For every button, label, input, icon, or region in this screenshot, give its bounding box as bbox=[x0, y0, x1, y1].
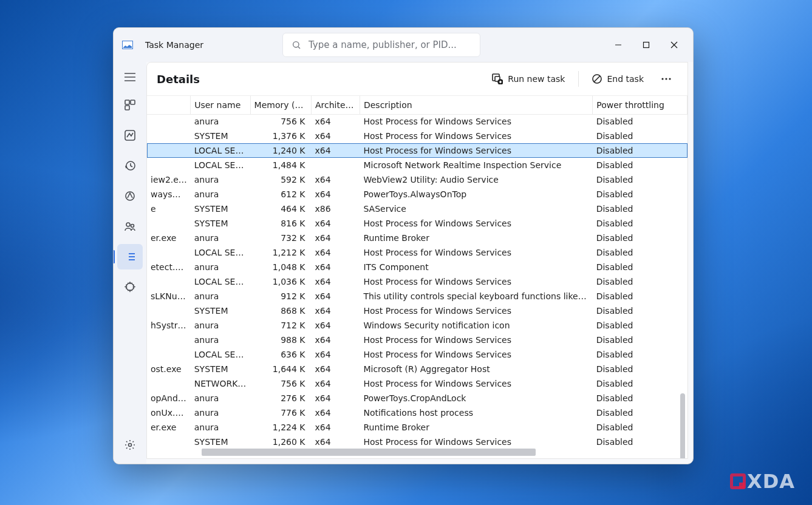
table-row[interactable]: er.exeanura732 Kx64Runtime BrokerDisable… bbox=[147, 231, 687, 245]
table-row[interactable]: er.exeanura1,224 Kx64Runtime BrokerDisab… bbox=[147, 420, 687, 435]
nav-performance[interactable] bbox=[117, 123, 143, 148]
col-user[interactable]: User name bbox=[191, 96, 250, 114]
col-description[interactable]: Description bbox=[360, 96, 592, 114]
end-task-button[interactable]: End task bbox=[584, 67, 652, 90]
cell-user: anura bbox=[191, 172, 250, 187]
table-row[interactable]: opAndL...anura276 Kx64PowerToys.CropAndL… bbox=[147, 391, 687, 405]
table-row[interactable]: LOCAL SER...636 Kx64Host Process for Win… bbox=[147, 347, 687, 362]
details-grid: User name Memory (ac... Architec... Desc… bbox=[147, 96, 687, 458]
svg-rect-10 bbox=[131, 100, 135, 104]
cell-mem: 636 K bbox=[250, 347, 311, 362]
col-power[interactable]: Power throttling bbox=[593, 96, 687, 114]
cell-user: anura bbox=[191, 114, 250, 129]
cell-user: anura bbox=[191, 187, 250, 202]
cell-name: er.exe bbox=[147, 231, 191, 245]
cell-mem: 1,484 K bbox=[250, 158, 311, 172]
cell-mem: 1,376 K bbox=[250, 129, 311, 143]
nav-settings[interactable] bbox=[117, 432, 143, 458]
table-row[interactable]: eSYSTEM464 Kx86SAServiceDisabled bbox=[147, 202, 687, 216]
cell-arch: x64 bbox=[312, 187, 360, 202]
cell-name bbox=[147, 129, 191, 143]
cell-mem: 1,036 K bbox=[250, 274, 311, 289]
cell-name bbox=[147, 347, 191, 362]
cell-mem: 612 K bbox=[250, 187, 311, 202]
cell-pow: Disabled bbox=[593, 435, 687, 449]
cell-desc: Host Process for Windows Services bbox=[360, 129, 592, 143]
cell-arch: x64 bbox=[312, 260, 360, 274]
cell-arch: x64 bbox=[312, 318, 360, 333]
table-row[interactable]: NETWORK ...756 Kx64Host Process for Wind… bbox=[147, 376, 687, 391]
cell-name: sLKNum... bbox=[147, 289, 191, 303]
svg-point-31 bbox=[661, 78, 663, 80]
content-panel: Details Run new task End task bbox=[146, 62, 688, 459]
cell-desc: Host Process for Windows Services bbox=[360, 347, 592, 362]
table-row[interactable]: LOCAL SER...1,212 Kx64Host Process for W… bbox=[147, 245, 687, 260]
hamburger-button[interactable] bbox=[117, 64, 143, 90]
table-row[interactable]: LOCAL SER...1,036 Kx64Host Process for W… bbox=[147, 274, 687, 289]
cell-user: anura bbox=[191, 318, 250, 333]
table-row[interactable]: ost.exeSYSTEM1,644 Kx64Microsoft (R) Agg… bbox=[147, 362, 687, 376]
nav-startup-apps[interactable] bbox=[117, 183, 143, 209]
nav-details[interactable] bbox=[117, 244, 143, 269]
cell-arch: x64 bbox=[312, 420, 360, 435]
table-row[interactable]: sLKNum...anura912 Kx64This utility contr… bbox=[147, 289, 687, 303]
cell-arch: x64 bbox=[312, 435, 360, 449]
watermark-icon bbox=[730, 473, 746, 489]
svg-rect-11 bbox=[125, 106, 129, 110]
run-task-icon bbox=[492, 73, 503, 84]
cell-mem: 464 K bbox=[250, 202, 311, 216]
table-row[interactable]: LOCAL SER...1,240 Kx64Host Process for W… bbox=[147, 143, 687, 158]
cell-mem: 732 K bbox=[250, 231, 311, 245]
cell-desc: Host Process for Windows Services bbox=[360, 303, 592, 318]
window-controls bbox=[604, 33, 688, 56]
table-row[interactable]: SYSTEM1,376 Kx64Host Process for Windows… bbox=[147, 129, 687, 143]
col-memory[interactable]: Memory (ac... bbox=[250, 96, 311, 114]
table-row[interactable]: iew2.exeanura592 Kx64WebView2 Utility: A… bbox=[147, 172, 687, 187]
cell-mem: 712 K bbox=[250, 318, 311, 333]
table-row[interactable]: SYSTEM1,260 Kx64Host Process for Windows… bbox=[147, 435, 687, 449]
table-row[interactable]: LOCAL SER...1,484 KMicrosoft Network Rea… bbox=[147, 158, 687, 172]
nav-services[interactable] bbox=[117, 274, 143, 300]
nav-processes[interactable] bbox=[117, 92, 143, 118]
cell-pow: Disabled bbox=[593, 289, 687, 303]
search-input[interactable] bbox=[309, 39, 471, 50]
close-button[interactable] bbox=[660, 33, 688, 56]
cell-name bbox=[147, 376, 191, 391]
table-row[interactable]: SYSTEM816 Kx64Host Process for Windows S… bbox=[147, 216, 687, 231]
nav-users[interactable] bbox=[117, 214, 143, 239]
cell-desc: Host Process for Windows Services bbox=[360, 245, 592, 260]
cell-desc: Windows Security notification icon bbox=[360, 318, 592, 333]
table-row[interactable]: etect.exeanura1,048 Kx64ITS ComponentDis… bbox=[147, 260, 687, 274]
table-row[interactable]: hSystray...anura712 Kx64Windows Security… bbox=[147, 318, 687, 333]
cell-pow: Disabled bbox=[593, 202, 687, 216]
svg-point-15 bbox=[126, 223, 130, 226]
col-arch[interactable]: Architec... bbox=[312, 96, 360, 114]
cell-desc: Notifications host process bbox=[360, 405, 592, 420]
maximize-button[interactable] bbox=[632, 33, 660, 56]
vertical-scrollbar[interactable] bbox=[680, 393, 685, 458]
cell-mem: 988 K bbox=[250, 333, 311, 347]
run-task-label: Run new task bbox=[508, 74, 565, 84]
sidebar bbox=[114, 62, 146, 464]
table-row[interactable]: anura756 Kx64Host Process for Windows Se… bbox=[147, 114, 687, 129]
minimize-button[interactable] bbox=[604, 33, 632, 56]
cell-name: hSystray... bbox=[147, 318, 191, 333]
search-box[interactable] bbox=[282, 33, 480, 57]
cell-pow: Disabled bbox=[593, 391, 687, 405]
table-row[interactable]: onUx.exeanura776 Kx64Notifications host … bbox=[147, 405, 687, 420]
cell-desc: Host Process for Windows Services bbox=[360, 435, 592, 449]
horizontal-scrollbar[interactable] bbox=[202, 449, 679, 456]
cell-desc: Host Process for Windows Services bbox=[360, 216, 592, 231]
table-row[interactable]: anura988 Kx64Host Process for Windows Se… bbox=[147, 333, 687, 347]
end-task-label: End task bbox=[607, 74, 644, 84]
table-row[interactable]: waysOn...anura612 Kx64PowerToys.AlwaysOn… bbox=[147, 187, 687, 202]
cell-desc: Host Process for Windows Services bbox=[360, 114, 592, 129]
table-row[interactable]: SYSTEM868 Kx64Host Process for Windows S… bbox=[147, 303, 687, 318]
cell-mem: 276 K bbox=[250, 391, 311, 405]
svg-point-32 bbox=[665, 78, 667, 80]
nav-app-history[interactable] bbox=[117, 153, 143, 178]
cell-pow: Disabled bbox=[593, 114, 687, 129]
col-name[interactable] bbox=[147, 96, 191, 114]
run-new-task-button[interactable]: Run new task bbox=[483, 67, 573, 90]
more-options-button[interactable] bbox=[655, 67, 678, 90]
